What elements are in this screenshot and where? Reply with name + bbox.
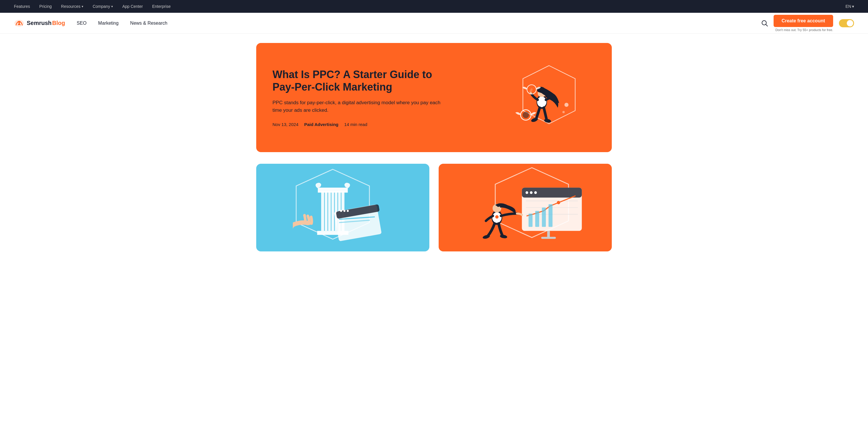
bottom-cards-grid xyxy=(256,164,612,252)
nav-enterprise[interactable]: Enterprise xyxy=(152,4,171,9)
hero-article-read-time: 14 min read xyxy=(344,122,367,127)
svg-point-36 xyxy=(526,191,528,194)
secondary-navigation: Semrush Blog SEO Marketing News & Resear… xyxy=(0,13,868,34)
svg-rect-54 xyxy=(541,237,556,239)
svg-rect-24 xyxy=(318,188,348,193)
nav-logo-and-links: Semrush Blog SEO Marketing News & Resear… xyxy=(14,19,167,27)
hero-article-tag[interactable]: Paid Advertising xyxy=(304,122,338,127)
main-content: What Is PPC? A Starter Guide to Pay-Per-… xyxy=(242,34,626,261)
svg-point-2 xyxy=(762,21,766,25)
create-account-button[interactable]: Create free account xyxy=(774,15,833,27)
svg-rect-43 xyxy=(528,214,532,227)
svg-rect-45 xyxy=(542,207,546,227)
svg-rect-44 xyxy=(535,211,539,227)
svg-point-42 xyxy=(557,201,560,204)
nav-pricing[interactable]: Pricing xyxy=(39,4,52,9)
top-nav-links: Features Pricing Resources Company App C… xyxy=(14,4,171,9)
orange-card-illustration xyxy=(439,164,612,252)
svg-line-3 xyxy=(766,24,768,26)
hero-article-card[interactable]: What Is PPC? A Starter Guide to Pay-Per-… xyxy=(256,43,612,152)
hero-article-title: What Is PPC? A Starter Guide to Pay-Per-… xyxy=(273,68,441,93)
nav-app-center[interactable]: App Center xyxy=(122,4,143,9)
bottom-card-blue[interactable] xyxy=(256,164,429,252)
nav-features[interactable]: Features xyxy=(14,4,30,9)
cta-area: Create free account Don't miss out. Try … xyxy=(774,15,833,32)
svg-point-49 xyxy=(495,215,498,218)
svg-point-9 xyxy=(544,119,551,123)
svg-point-37 xyxy=(530,191,532,194)
blue-card-illustration xyxy=(256,164,429,252)
search-icon xyxy=(762,20,768,26)
svg-rect-46 xyxy=(549,204,553,227)
theme-toggle[interactable] xyxy=(839,19,854,27)
hero-article-date: Nov 13, 2024 xyxy=(273,122,298,127)
language-selector[interactable]: EN ▾ xyxy=(846,4,854,9)
hero-illustration xyxy=(497,57,595,138)
svg-point-11 xyxy=(529,87,534,92)
cta-subtitle: Don't miss out. Try 55+ products for fre… xyxy=(775,28,833,32)
svg-rect-53 xyxy=(547,231,550,237)
search-button[interactable] xyxy=(762,20,768,26)
svg-point-38 xyxy=(534,191,537,194)
top-navigation: Features Pricing Resources Company App C… xyxy=(0,0,868,13)
logo[interactable]: Semrush Blog xyxy=(14,19,65,27)
svg-point-7 xyxy=(537,97,547,107)
ppc-illustration-svg xyxy=(497,57,595,138)
blog-nav-marketing[interactable]: Marketing xyxy=(98,21,119,26)
nav-resources[interactable]: Resources xyxy=(61,4,83,9)
hero-article-meta: Nov 13, 2024 Paid Advertising 14 min rea… xyxy=(273,122,441,127)
hero-card-content: What Is PPC? A Starter Guide to Pay-Per-… xyxy=(273,68,441,127)
bottom-card-orange[interactable] xyxy=(439,164,612,252)
svg-point-14 xyxy=(564,103,568,107)
blog-label: Blog xyxy=(52,20,65,26)
nav-right-actions: Create free account Don't miss out. Try … xyxy=(762,15,854,32)
nav-company[interactable]: Company xyxy=(93,4,113,9)
svg-point-15 xyxy=(562,111,565,113)
blog-nav-seo[interactable]: SEO xyxy=(77,21,87,26)
chevron-down-icon: ▾ xyxy=(852,4,854,9)
svg-point-13 xyxy=(523,112,529,118)
toggle-knob xyxy=(847,20,853,26)
semrush-logo-icon xyxy=(14,19,24,27)
hero-article-description: PPC stands for pay-per-click, a digital … xyxy=(273,99,441,114)
blog-nav-news-research[interactable]: News & Research xyxy=(130,21,167,26)
top-nav-right: EN ▾ xyxy=(846,4,854,9)
logo-text: Semrush xyxy=(27,20,52,26)
blog-navigation: SEO Marketing News & Research xyxy=(77,21,167,26)
